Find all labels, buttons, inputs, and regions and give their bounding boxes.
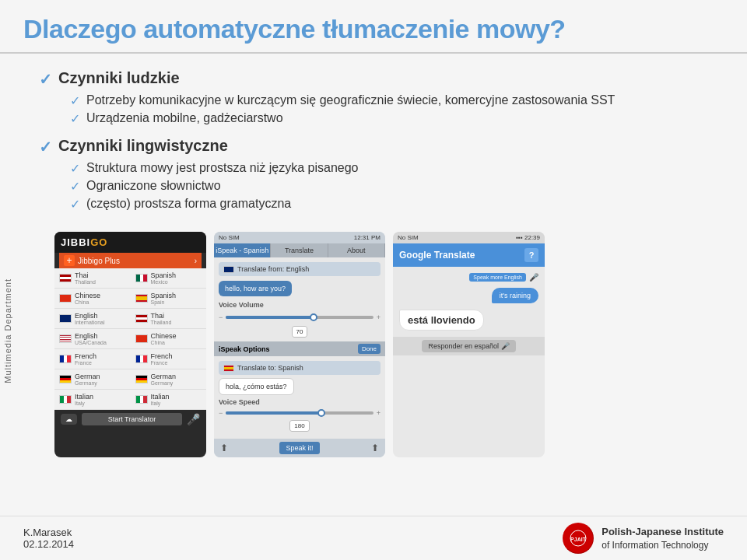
list-item[interactable]: Chinese China Spanish Spain bbox=[54, 289, 206, 309]
flag-germany-2 bbox=[135, 375, 148, 383]
sub-bullet-1-1-text: Potrzeby komunikacyjne w kurczącym się g… bbox=[86, 93, 615, 107]
ispeak-time: 12:31 PM bbox=[354, 234, 381, 241]
jibbigo-logo: JIBBIGO bbox=[61, 236, 107, 248]
gt-no-sim: No SIM bbox=[398, 234, 419, 241]
tab-about[interactable]: About bbox=[328, 243, 385, 257]
jibbigo-logo-accent: GO bbox=[90, 236, 107, 248]
lang-info: Spanish Mexico bbox=[151, 271, 177, 285]
list-item[interactable]: English International Thai Thailand bbox=[54, 309, 206, 329]
volume-fill bbox=[226, 316, 314, 319]
tab-translate[interactable]: Translate bbox=[271, 243, 328, 257]
sub-bullet-2-2-text: Ograniczone słownictwo bbox=[86, 179, 221, 193]
gt-help-button[interactable]: ? bbox=[524, 248, 538, 262]
institution-line2: of Information Technology bbox=[601, 540, 708, 551]
flag-spain bbox=[135, 294, 148, 303]
lang-info: Chinese China bbox=[151, 332, 177, 345]
main-bullet-1: ✓ Czynniki ludzkie bbox=[39, 69, 724, 89]
lang-info: French France bbox=[151, 352, 173, 366]
list-item[interactable]: German Germany German Germany bbox=[54, 369, 206, 390]
minus-speed-icon[interactable]: − bbox=[219, 409, 223, 417]
gt-speak-more-btn[interactable]: Speak more English bbox=[469, 273, 526, 282]
speed-fill bbox=[226, 411, 321, 415]
share-icon[interactable]: ⬆ bbox=[220, 443, 228, 453]
sub-bullets-2: ✓ Struktura mowy jest prostsza niż język… bbox=[70, 161, 724, 212]
ispeak-volume-slider[interactable] bbox=[226, 316, 373, 319]
list-item[interactable]: Italian Italy Italian Italy bbox=[54, 390, 206, 410]
jibbigo-plus-arrow: › bbox=[195, 257, 197, 265]
jibbigo-plus-text: + Jibbigo Plus bbox=[64, 255, 120, 266]
institution-line1: Polish-Japanese Institute bbox=[601, 526, 724, 537]
ispeak-screenshot: No SIM 12:31 PM iSpeak - Spanish Transla… bbox=[214, 232, 385, 457]
footer-institution: PJAIT Polish-Japanese Institute of Infor… bbox=[563, 523, 724, 554]
checkmark-icon-1-1: ✓ bbox=[70, 93, 80, 108]
ispeak-from-label: Translate from: English bbox=[237, 265, 309, 273]
gtranslate-screenshot: No SIM ▪▪▪ 22:39 Google Translate ? Spea… bbox=[393, 232, 545, 457]
ispeak-to-label: Translate to: Spanish bbox=[237, 364, 303, 372]
ispeak-speed-slider[interactable] bbox=[226, 411, 373, 415]
jibbigo-cell: French France bbox=[131, 349, 207, 369]
minus-icon[interactable]: − bbox=[219, 313, 223, 321]
jibbigo-cell: German Germany bbox=[131, 369, 207, 389]
jibbigo-cell: English USA/Canada bbox=[54, 329, 131, 348]
microphone-icon[interactable]: 🎤 bbox=[187, 413, 200, 425]
jibbigo-language-list: Thai Thailand Spanish Mexico bbox=[54, 268, 206, 410]
flag-thailand-2 bbox=[135, 314, 148, 323]
gt-bottom: Responder en español 🎤 bbox=[393, 337, 545, 355]
volume-thumb bbox=[310, 313, 317, 321]
jibbigo-cell: French France bbox=[54, 349, 131, 369]
lang-info: German Germany bbox=[151, 373, 177, 386]
tab-ispeak-spanish[interactable]: iSpeak - Spanish bbox=[214, 243, 271, 257]
speak-it-button[interactable]: Speak it! bbox=[279, 442, 319, 454]
lang-info: Italian Italy bbox=[75, 393, 93, 406]
gt-title: Google Translate bbox=[399, 250, 475, 261]
sub-bullet-2-3: ✓ (często) prostsza forma gramatyczna bbox=[70, 197, 724, 212]
flag-china-2 bbox=[135, 334, 148, 343]
slide-footer: K.Marasek 02.12.2014 PJAIT Polish-Japane… bbox=[0, 516, 747, 560]
checkmark-icon-2-2: ✓ bbox=[70, 179, 80, 194]
ispeak-volume-value-row: 70 bbox=[219, 323, 381, 337]
microphone-icon-gt[interactable]: 🎤 bbox=[529, 273, 538, 282]
lang-info: French France bbox=[75, 352, 96, 366]
ispeak-to-row: Translate to: Spanish bbox=[219, 361, 381, 375]
main-bullet-2: ✓ Czynniki lingwistyczne bbox=[39, 137, 724, 156]
share-icon-2[interactable]: ⬆ bbox=[371, 443, 379, 453]
lang-info: English International bbox=[75, 312, 105, 325]
ispeak-hello-bubble: hello, how are you? bbox=[219, 281, 292, 296]
flag-germany-1 bbox=[59, 375, 72, 383]
list-item[interactable]: French France French France bbox=[54, 349, 206, 369]
bullet-section-2: ✓ Czynniki lingwistyczne ✓ Struktura mow… bbox=[39, 137, 724, 215]
speed-thumb bbox=[317, 409, 325, 417]
jibbigo-bottom: ☁ Start Translator 🎤 bbox=[54, 410, 206, 429]
jibbigo-cell: Thai Thailand bbox=[131, 309, 207, 328]
list-item[interactable]: Thai Thailand Spanish Mexico bbox=[54, 268, 206, 289]
cloud-button[interactable]: ☁ bbox=[61, 414, 77, 425]
ispeak-options-body: Translate to: Spanish hola, ¿cómo estás?… bbox=[214, 356, 385, 439]
gt-respond-label: Responder en español bbox=[428, 342, 499, 350]
ispeak-done-button[interactable]: Done bbox=[358, 344, 381, 354]
gt-respond-button[interactable]: Responder en español 🎤 bbox=[422, 340, 515, 352]
jibbigo-plus-row[interactable]: + Jibbigo Plus › bbox=[59, 253, 202, 268]
sub-bullet-2-1-text: Struktura mowy jest prostsza niż języka … bbox=[86, 161, 358, 175]
sub-bullet-1-2-text: Urządzenia mobilne, gadżeciarstwo bbox=[86, 111, 283, 125]
plus-speed-icon[interactable]: + bbox=[377, 409, 381, 417]
screenshots-row: JIBBIGO + Jibbigo Plus › Th bbox=[54, 232, 724, 508]
ispeak-hola-bubble: hola, ¿cómo estás? bbox=[219, 378, 294, 395]
jibbigo-cell: Spanish Spain bbox=[131, 289, 207, 308]
gt-response-bubble: está lloviendo bbox=[399, 310, 484, 331]
ispeak-body: Translate from: English hello, how are y… bbox=[214, 257, 385, 341]
sub-bullet-1-2: ✓ Urządzenia mobilne, gadżeciarstwo bbox=[70, 111, 724, 126]
slide: Dlaczego automatyczne tłumaczenie mowy? … bbox=[0, 0, 747, 560]
bullet-section-1: ✓ Czynniki ludzkie ✓ Potrzeby komunikacy… bbox=[39, 69, 724, 129]
ispeak-volume-label: Voice Volume bbox=[219, 301, 381, 309]
plus-icon[interactable]: + bbox=[377, 313, 381, 321]
start-translator-button[interactable]: Start Translator bbox=[82, 413, 182, 425]
jibbigo-cell: Spanish Mexico bbox=[131, 268, 207, 288]
ispeak-from-row: Translate from: English bbox=[219, 262, 381, 276]
jibbigo-cell: Italian Italy bbox=[54, 390, 131, 409]
list-item[interactable]: English USA/Canada Chinese China bbox=[54, 329, 206, 349]
institution-name: Polish-Japanese Institute of Information… bbox=[601, 525, 724, 552]
ispeak-volume-slider-row: − + bbox=[219, 313, 381, 321]
jibbigo-screenshot: JIBBIGO + Jibbigo Plus › Th bbox=[54, 232, 206, 457]
footer-author: K.Marasek bbox=[23, 527, 74, 538]
flag-italy-1 bbox=[59, 395, 72, 404]
